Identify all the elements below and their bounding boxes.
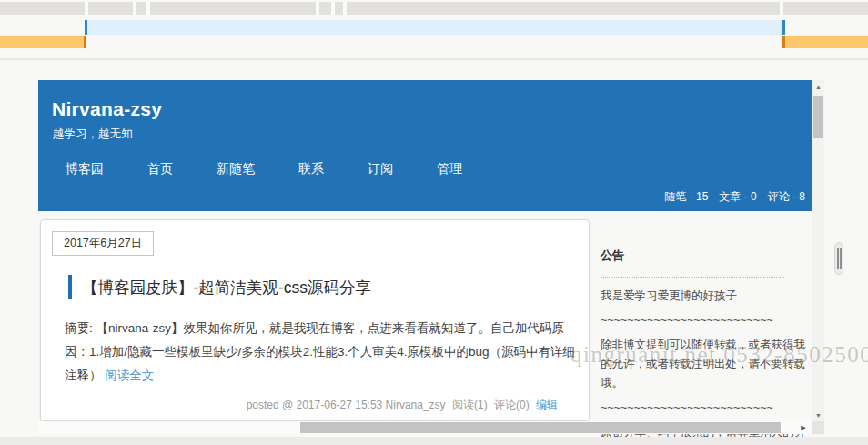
- stat-comments: 评论 - 8: [768, 189, 805, 205]
- blog-stats: 随笔 - 15 文章 - 0 评论 - 8: [664, 189, 805, 205]
- orange-bar-right: [782, 36, 868, 48]
- grip-line: [840, 248, 842, 269]
- toolbar-strip-gap: [85, 2, 88, 15]
- post-card: 2017年6月27日 【博客园皮肤】-超简洁美观-css源码分享 摘要: 【ni…: [40, 219, 590, 421]
- panel-grip-handle[interactable]: [834, 242, 843, 275]
- announcement-line: 我是爱学习爱更博的好孩子: [601, 287, 805, 306]
- nav-item-contact[interactable]: 联系: [298, 161, 324, 177]
- vertical-scrollbar-thumb[interactable]: [813, 96, 823, 138]
- announcement-line: 除非博文提到可以随便转载，或者获得我的允许，或者转载注明出处，请不要转载哦。: [601, 336, 805, 393]
- main-nav: 博客园 首页 新随笔 联系 订阅 管理: [66, 161, 462, 177]
- announcement-tilde-divider: ~~~~~~~~~~~~~~~~~~~~~~~~~~: [601, 311, 805, 330]
- toolbar-strip-gap: [133, 2, 136, 15]
- toolbar-strip-gap: [316, 2, 319, 15]
- nav-item-newpost[interactable]: 新随笔: [217, 161, 255, 177]
- toolbar-strip-gap: [780, 2, 783, 15]
- scroll-down-icon[interactable]: ▼: [812, 409, 824, 421]
- post-summary: 摘要: 【nirvana-zsy】效果如你所见，就是我现在博客，点进来看看就知道…: [65, 317, 583, 388]
- site-title: Nirvana-zsy: [52, 98, 162, 120]
- top-toolbar-strip: [0, 2, 868, 15]
- meta-reads-link[interactable]: 阅读(1): [452, 399, 488, 411]
- site-subtitle: 越学习，越无知: [53, 126, 133, 142]
- nav-item-subscribe[interactable]: 订阅: [368, 161, 393, 177]
- scroll-up-icon[interactable]: ▲: [812, 80, 824, 93]
- date-badge: 2017年6月27日: [52, 231, 154, 256]
- selection-band: [87, 20, 782, 35]
- toolbar-strip-gap: [146, 2, 150, 15]
- orange-bar-left: [0, 36, 86, 48]
- grip-line: [837, 248, 839, 269]
- nav-item-blogyuan[interactable]: 博客园: [66, 161, 104, 177]
- scroll-right-icon[interactable]: ▶: [797, 421, 810, 434]
- meta-comments-link[interactable]: 评论(0): [494, 399, 530, 411]
- toolbar-strip-gap: [331, 2, 335, 15]
- read-more-link[interactable]: 阅读全文: [105, 369, 154, 382]
- page: Nirvana-zsy 越学习，越无知 博客园 首页 新随笔 联系 订阅 管理 …: [0, 0, 868, 445]
- vertical-scrollbar[interactable]: ▲ ▼: [812, 80, 824, 421]
- announcement-tilde-divider: ~~~~~~~~~~~~~~~~~~~~~~~~~~: [601, 399, 805, 418]
- nav-item-admin[interactable]: 管理: [437, 161, 462, 177]
- stat-articles: 文章 - 0: [719, 189, 756, 205]
- selection-handle-right[interactable]: [782, 20, 785, 35]
- bottom-edge-strip: [0, 437, 868, 445]
- announcement-title: 公告: [601, 248, 812, 264]
- stat-posts: 随笔 - 15: [664, 189, 708, 205]
- post-title-link[interactable]: 【博客园皮肤】-超简洁美观-css源码分享: [82, 277, 371, 298]
- blog-header: Nirvana-zsy 越学习，越无知 博客园 首页 新随笔 联系 订阅 管理 …: [38, 80, 812, 211]
- post-meta: posted @ 2017-06-27 15:53 Nirvana_zsy 阅读…: [247, 398, 558, 413]
- sidebar-announcement: 公告 我是爱学习爱更博的好孩子 ~~~~~~~~~~~~~~~~~~~~~~~~…: [601, 248, 812, 445]
- toolbar-strip-gap: [343, 2, 347, 15]
- horizontal-scrollbar[interactable]: ▶: [38, 421, 812, 434]
- meta-edit-link[interactable]: 编辑: [536, 399, 558, 411]
- nav-item-home[interactable]: 首页: [147, 161, 173, 177]
- meta-posted-text: posted @ 2017-06-27 15:53 Nirvana_zsy: [247, 399, 446, 411]
- top-divider-line: [0, 58, 868, 60]
- horizontal-scrollbar-thumb[interactable]: [300, 422, 781, 433]
- title-accent-bar: [68, 275, 72, 299]
- scrollbar-corner: [812, 421, 824, 434]
- announcement-separator: [601, 277, 784, 278]
- post-title-row: 【博客园皮肤】-超简洁美观-css源码分享: [68, 275, 371, 299]
- selection-handle-left[interactable]: [85, 20, 87, 35]
